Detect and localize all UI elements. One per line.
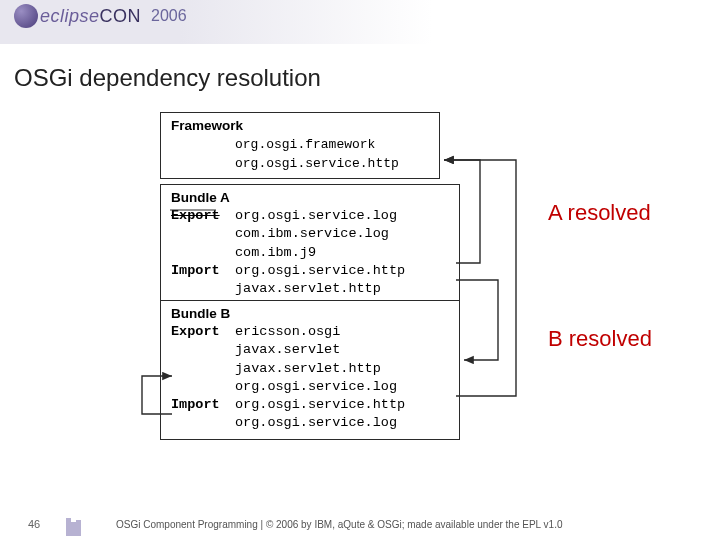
bundle-b-box: Bundle B Export ericsson.osgi javax.serv… xyxy=(160,300,460,440)
bundle-a-import-0: org.osgi.service.http xyxy=(235,263,405,278)
bundle-a-export-kw: Export xyxy=(171,207,235,262)
eclipsecon-logo: eclipseCON 2006 xyxy=(14,4,187,28)
logo-text: eclipseCON xyxy=(40,6,141,27)
framework-heading: Framework xyxy=(171,118,243,133)
bundle-b-export-pkgs: ericsson.osgi javax.servlet javax.servle… xyxy=(235,323,397,396)
bundle-b-export-kw: Export xyxy=(171,323,235,396)
bundle-a-export-0: org.osgi.service.log xyxy=(235,208,397,223)
bundle-b-export-3: org.osgi.service.log xyxy=(235,379,397,394)
bundle-b-export-2: javax.servlet.http xyxy=(235,361,381,376)
bundle-a-box: Bundle A Export org.osgi.service.log com… xyxy=(160,184,460,305)
bundle-a-export-row: Export org.osgi.service.log com.ibm.serv… xyxy=(171,207,449,262)
logo-ball-icon xyxy=(14,4,38,28)
label-b-resolved: B resolved xyxy=(548,326,652,352)
logo-con: CON xyxy=(100,6,142,26)
framework-pkg-1: org.osgi.service.http xyxy=(235,156,399,171)
bundle-a-import-pkgs: org.osgi.service.http javax.servlet.http xyxy=(235,262,405,298)
bundle-b-import-0: org.osgi.service.http xyxy=(235,397,405,412)
bundle-b-export-row: Export ericsson.osgi javax.servlet javax… xyxy=(171,323,449,396)
label-a-resolved: A resolved xyxy=(548,200,651,226)
logo-year: 2006 xyxy=(151,7,187,25)
framework-box: Framework org.osgi.framework org.osgi.se… xyxy=(160,112,440,179)
logo-eclipse: eclipse xyxy=(40,6,100,26)
page-number: 46 xyxy=(28,518,40,530)
bundle-b-export-1: javax.servlet xyxy=(235,342,340,357)
slide-title: OSGi dependency resolution xyxy=(14,64,321,92)
bundle-a-export-1: com.ibm.service.log xyxy=(235,226,389,241)
bundle-b-import-1: org.osgi.service.log xyxy=(235,415,397,430)
slide-footer: 46 OSGi Component Programming | © 2006 b… xyxy=(0,508,720,540)
slide-header: eclipseCON 2006 xyxy=(0,0,720,44)
bundle-b-export-0: ericsson.osgi xyxy=(235,324,340,339)
bundle-b-import-pkgs: org.osgi.service.http org.osgi.service.l… xyxy=(235,396,405,432)
bundle-a-export-pkgs: org.osgi.service.log com.ibm.service.log… xyxy=(235,207,397,262)
bundle-a-import-1: javax.servlet.http xyxy=(235,281,381,296)
bundle-a-import-row: Import org.osgi.service.http javax.servl… xyxy=(171,262,449,298)
bundle-b-import-kw: Import xyxy=(171,396,235,432)
bundle-b-import-row: Import org.osgi.service.http org.osgi.se… xyxy=(171,396,449,432)
bundle-b-heading: Bundle B xyxy=(171,306,230,321)
bundle-a-heading: Bundle A xyxy=(171,190,230,205)
bundle-a-export-2: com.ibm.j9 xyxy=(235,245,316,260)
footer-text: OSGi Component Programming | © 2006 by I… xyxy=(116,519,562,530)
bundle-a-import-kw: Import xyxy=(171,262,235,298)
footer-bars-icon xyxy=(66,514,81,536)
framework-pkg-0: org.osgi.framework xyxy=(235,137,375,152)
